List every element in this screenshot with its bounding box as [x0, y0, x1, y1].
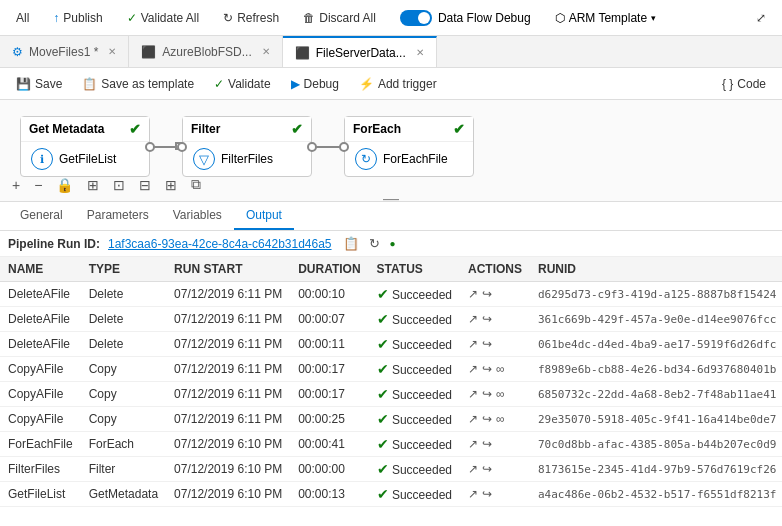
cell-status: ✔ Succeeded [369, 332, 460, 357]
publish-button[interactable]: ↑ Publish [45, 7, 110, 29]
debug-button[interactable]: ▶ Debug [283, 73, 347, 95]
action-rerun-icon[interactable]: ↪ [482, 362, 492, 376]
cell-runid: d6295d73-c9f3-419d-a125-8887b8f15424 [530, 282, 782, 307]
lock-tool[interactable]: 🔒 [52, 175, 77, 195]
save-as-template-button[interactable]: 📋 Save as template [74, 73, 202, 95]
panel-tabs: General Parameters Variables Output [0, 202, 782, 231]
cell-runid: a4ac486e-06b2-4532-b517-f6551df8213f [530, 482, 782, 507]
table-row: GetFileList GetMetadata 07/12/2019 6:10 … [0, 482, 782, 507]
cell-run-start: 07/12/2019 6:11 PM [166, 332, 290, 357]
save-icon: 💾 [16, 77, 31, 91]
grid-tool[interactable]: ⊞ [161, 175, 181, 195]
refresh-run-button[interactable]: ↻ [366, 235, 383, 252]
expand-button[interactable]: ⤢ [748, 7, 774, 29]
cell-duration: 00:00:17 [290, 357, 368, 382]
save-button[interactable]: 💾 Save [8, 73, 70, 95]
tab-fileserverdata-close[interactable]: ✕ [416, 47, 424, 58]
top-bar-left: All ↑ Publish ✓ Validate All ↻ Refresh 🗑… [8, 7, 736, 29]
validate-all-label: Validate All [141, 11, 199, 25]
cell-run-start: 07/12/2019 6:11 PM [166, 307, 290, 332]
cell-actions: ↗ ↪ ∞ [460, 357, 530, 382]
action-rerun-icon[interactable]: ↪ [482, 387, 492, 401]
arm-template-dropdown[interactable]: ⬡ ARM Template ▾ [547, 7, 664, 29]
action-view-icon[interactable]: ↗ [468, 337, 478, 351]
table-header: NAME TYPE RUN START DURATION STATUS ACTI… [0, 257, 782, 282]
add-trigger-button[interactable]: ⚡ Add trigger [351, 73, 445, 95]
copy-run-id-button[interactable]: 📋 [340, 235, 362, 252]
action-view-icon[interactable]: ↗ [468, 387, 478, 401]
action-rerun-icon[interactable]: ↪ [482, 412, 492, 426]
tab-movefiles[interactable]: ⚙ MoveFiles1 * ✕ [0, 36, 129, 67]
cell-actions: ↗ ↪ [460, 282, 530, 307]
table-row: CopyAFile Copy 07/12/2019 6:11 PM 00:00:… [0, 382, 782, 407]
zoom-out-tool[interactable]: − [30, 175, 46, 195]
action-view-icon[interactable]: ↗ [468, 462, 478, 476]
runs-table: NAME TYPE RUN START DURATION STATUS ACTI… [0, 257, 782, 507]
validate-all-button[interactable]: ✓ Validate All [119, 7, 207, 29]
node-foreach[interactable]: ForEach ✔ ↻ ForEachFile [344, 116, 474, 177]
tab-bar: ⚙ MoveFiles1 * ✕ ⬛ AzureBlobFSD... ✕ ⬛ F… [0, 36, 782, 68]
tab-movefiles-close[interactable]: ✕ [108, 46, 116, 57]
action-extra-icon[interactable]: ∞ [496, 412, 505, 426]
col-runid: RUNID [530, 257, 782, 282]
add-trigger-label: Add trigger [378, 77, 437, 91]
tab-variables[interactable]: Variables [161, 202, 234, 230]
action-extra-icon[interactable]: ∞ [496, 362, 505, 376]
tab-output[interactable]: Output [234, 202, 294, 230]
action-view-icon[interactable]: ↗ [468, 362, 478, 376]
arm-template-chevron-icon: ▾ [651, 13, 656, 23]
node-foreach-body: ↻ ForEachFile [345, 142, 473, 176]
table-row: DeleteAFile Delete 07/12/2019 6:11 PM 00… [0, 282, 782, 307]
node-getmetadata[interactable]: Get Metadata ✔ ℹ GetFileList [20, 116, 150, 177]
cell-type: GetMetadata [81, 482, 166, 507]
action-view-icon[interactable]: ↗ [468, 287, 478, 301]
status-success-icon: ✔ [377, 461, 389, 477]
code-button[interactable]: { } Code [714, 73, 774, 95]
tab-azureblobfsd-label: AzureBlobFSD... [162, 45, 251, 59]
action-rerun-icon[interactable]: ↪ [482, 287, 492, 301]
zoom-in-tool[interactable]: + [8, 175, 24, 195]
action-view-icon[interactable]: ↗ [468, 487, 478, 501]
canvas-area: Get Metadata ✔ ℹ GetFileList Filter ✔ ▽ … [0, 100, 782, 202]
cell-name: FilterFiles [0, 457, 81, 482]
discard-all-button[interactable]: 🗑 Discard All [295, 7, 384, 29]
action-extra-icon[interactable]: ∞ [496, 387, 505, 401]
tab-parameters[interactable]: Parameters [75, 202, 161, 230]
action-rerun-icon[interactable]: ↪ [482, 462, 492, 476]
status-success-icon: ✔ [377, 386, 389, 402]
tab-general[interactable]: General [8, 202, 75, 230]
tab-azureblobfsd-close[interactable]: ✕ [262, 46, 270, 57]
validate-button[interactable]: ✓ Validate [206, 73, 278, 95]
node-filter[interactable]: Filter ✔ ▽ FilterFiles [182, 116, 312, 177]
cell-name: CopyAFile [0, 357, 81, 382]
cell-run-start: 07/12/2019 6:11 PM [166, 382, 290, 407]
publish-icon: ↑ [53, 11, 59, 25]
action-bar: 💾 Save 📋 Save as template ✓ Validate ▶ D… [0, 68, 782, 100]
action-view-icon[interactable]: ↗ [468, 437, 478, 451]
refresh-button[interactable]: ↻ Refresh [215, 7, 287, 29]
node-filter-port-right [307, 142, 317, 152]
cell-runid: 29e35070-5918-405c-9f41-16a414be0de7 [530, 407, 782, 432]
action-rerun-icon[interactable]: ↪ [482, 487, 492, 501]
action-view-icon[interactable]: ↗ [468, 412, 478, 426]
data-flow-debug-toggle[interactable] [400, 10, 432, 26]
tab-fileserverdata[interactable]: ⬛ FileServerData... ✕ [283, 36, 437, 67]
action-view-icon[interactable]: ↗ [468, 312, 478, 326]
cell-runid: 8173615e-2345-41d4-97b9-576d7619cf26 [530, 457, 782, 482]
fit-tool[interactable]: ⊞ [83, 175, 103, 195]
col-actions: ACTIONS [460, 257, 530, 282]
resize-handle[interactable]: — [371, 197, 411, 201]
run-status-indicator: ● [387, 237, 399, 250]
layout-tool[interactable]: ⧉ [187, 174, 205, 195]
action-rerun-icon[interactable]: ↪ [482, 337, 492, 351]
select-all-tool[interactable]: ⊡ [109, 175, 129, 195]
tab-azureblobfsd[interactable]: ⬛ AzureBlobFSD... ✕ [129, 36, 282, 67]
pipeline-nodes: Get Metadata ✔ ℹ GetFileList Filter ✔ ▽ … [20, 116, 474, 177]
action-rerun-icon[interactable]: ↪ [482, 437, 492, 451]
action-rerun-icon[interactable]: ↪ [482, 312, 492, 326]
all-button[interactable]: All [8, 7, 37, 29]
table-row: CopyAFile Copy 07/12/2019 6:11 PM 00:00:… [0, 407, 782, 432]
select-tool[interactable]: ⊟ [135, 175, 155, 195]
cell-type: ForEach [81, 432, 166, 457]
tab-movefiles-label: MoveFiles1 * [29, 45, 98, 59]
